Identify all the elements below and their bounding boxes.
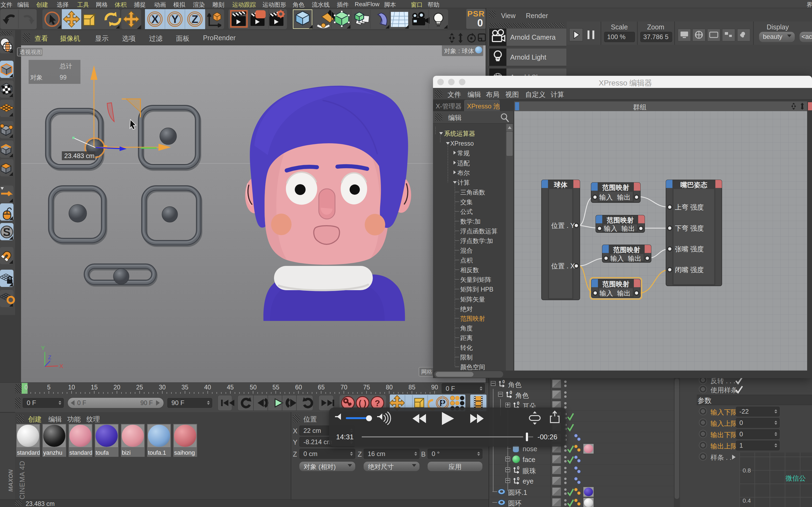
svg-text:混合: 混合 [460,247,473,254]
svg-text:总计: 总计 [59,63,72,69]
svg-text:浮点函数运算: 浮点函数运算 [460,228,498,235]
svg-text:相反数: 相反数 [460,267,479,274]
svg-text:数学:加: 数学:加 [460,218,480,225]
svg-text:三角函数: 三角函数 [460,189,485,196]
svg-text:矢量到矩阵: 矢量到矩阵 [460,276,491,283]
svg-text:S: S [3,226,10,238]
svg-text:点积: 点积 [460,257,473,264]
svg-text:透视视图: 透视视图 [19,49,42,55]
svg-text:14:31: 14:31 [336,433,354,441]
svg-text:Y: Y [171,13,179,25]
svg-text:5: 5 [47,384,51,391]
svg-text:( ): ( ) [359,399,366,407]
svg-text:60: 60 [295,384,302,391]
svg-text:XPresso: XPresso [450,140,474,147]
svg-text:角度: 角度 [460,325,473,332]
svg-text:浮点数学:加: 浮点数学:加 [460,237,493,244]
svg-text:45: 45 [227,384,234,391]
svg-text:范围映射: 范围映射 [460,315,485,322]
svg-text:23.483 cm: 23.483 cm [64,152,95,159]
svg-text:0.4: 0.4 [743,497,751,504]
svg-text:99: 99 [60,74,67,81]
svg-text:20: 20 [113,384,120,391]
svg-text:公式: 公式 [460,208,473,215]
svg-text:85: 85 [408,384,415,391]
svg-text:下弯 强度: 下弯 强度 [675,224,704,232]
svg-text:90: 90 [431,384,438,391]
svg-text:矩阵到 HPB: 矩阵到 HPB [460,286,494,293]
svg-text:微信公: 微信公 [785,474,806,482]
svg-text:0: 0 [517,401,519,406]
svg-text:计算: 计算 [457,179,470,186]
svg-text:输出: 输出 [617,193,630,201]
svg-text:范围映射: 范围映射 [613,246,640,253]
svg-text:55: 55 [272,384,280,391]
svg-text:输入: 输入 [599,193,613,201]
svg-text:常规: 常规 [457,150,470,157]
svg-text:X: X [59,363,63,370]
svg-text:适配: 适配 [457,160,470,167]
svg-text:30: 30 [159,384,166,391]
svg-text:输入: 输入 [610,255,624,262]
svg-text:输入: 输入 [604,225,617,232]
svg-text:位置 . X: 位置 . X [551,262,575,270]
svg-text:0: 0 [24,384,28,391]
svg-text:输出: 输出 [628,255,642,262]
svg-text:布尔: 布尔 [457,169,470,176]
svg-text:70: 70 [341,384,347,391]
svg-text:限制: 限制 [460,354,473,361]
svg-text:上弯 强度: 上弯 强度 [675,203,704,211]
svg-text:0: 0 [517,466,519,470]
svg-text:交集: 交集 [460,199,473,206]
svg-text:75: 75 [363,384,370,391]
svg-text:矩阵矢量: 矩阵矢量 [460,296,485,303]
svg-text:输入: 输入 [600,289,613,297]
svg-text:35: 35 [182,384,189,391]
svg-text:Z: Z [192,13,198,25]
svg-text:80: 80 [386,384,393,391]
svg-text:对象: 对象 [30,74,43,81]
svg-text:输出: 输出 [617,289,630,297]
svg-text:X: X [151,13,159,25]
svg-text:Y: Y [41,345,45,351]
svg-text:距离: 距离 [460,334,473,341]
svg-text:网格: 网格 [421,369,433,375]
svg-text:绝对: 绝对 [460,305,473,313]
svg-text:0: 0 [510,390,512,395]
svg-text:Z: Z [48,354,51,360]
svg-text:65: 65 [318,384,325,391]
svg-text:范围映射: 范围映射 [602,184,629,191]
svg-text:张嘴 强度: 张嘴 强度 [675,245,704,253]
svg-text:颜色空间: 颜色空间 [460,363,485,371]
svg-text:输出: 输出 [621,225,635,232]
svg-text:50: 50 [250,384,257,391]
svg-text:0: 0 [502,380,505,384]
svg-text:球体: 球体 [554,181,568,188]
svg-text:闭嘴 强度: 闭嘴 强度 [675,266,704,274]
svg-text:?: ? [375,398,380,408]
svg-text:范围映射: 范围映射 [602,280,629,288]
svg-text:0.8: 0.8 [743,467,751,474]
svg-text:25: 25 [136,384,143,391]
svg-text:转化: 转化 [460,344,473,351]
svg-text:系统运算器: 系统运算器 [444,130,475,137]
svg-text:0: 0 [517,476,519,481]
svg-text:10: 10 [68,384,75,391]
svg-text:范围映射: 范围映射 [607,216,634,224]
svg-text:位置 . Y: 位置 . Y [551,222,575,229]
svg-text:嘴巴姿态: 嘴巴姿态 [680,181,708,188]
svg-text:15: 15 [91,384,98,391]
svg-text:-00:26: -00:26 [538,433,557,441]
svg-text:40: 40 [204,384,211,391]
